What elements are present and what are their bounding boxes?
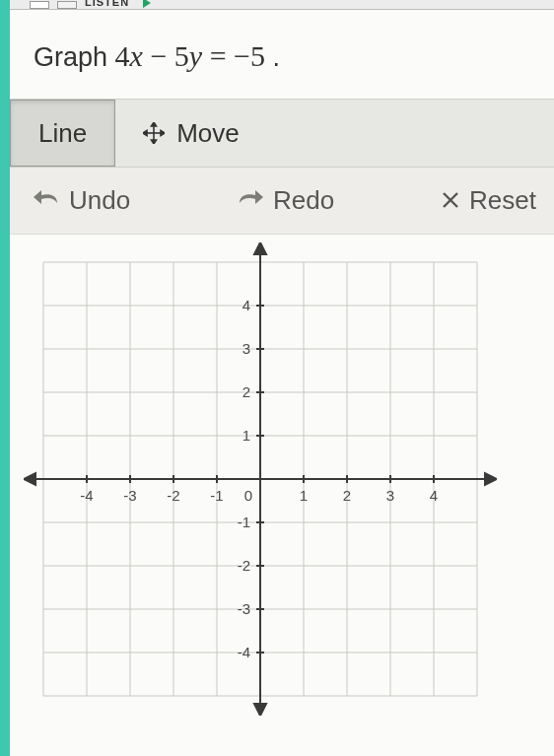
- equation: 4x − 5y = −5: [115, 39, 265, 72]
- svg-marker-30: [485, 473, 497, 485]
- y-tick--1: -1: [238, 514, 250, 530]
- rhs: −5: [234, 39, 265, 72]
- move-tool-button[interactable]: Move: [115, 100, 267, 167]
- drawing-tool-row: Line Move: [10, 99, 554, 168]
- redo-icon: [238, 185, 263, 216]
- var-x: x: [130, 39, 143, 72]
- prompt-prefix: Graph: [34, 42, 115, 72]
- prompt-suffix: .: [265, 42, 280, 72]
- undo-button[interactable]: Undo: [10, 185, 154, 216]
- var-y: y: [189, 39, 202, 72]
- y-tick--2: -2: [238, 557, 250, 574]
- redo-label: Redo: [273, 185, 334, 216]
- x-tick--2: -2: [167, 487, 179, 504]
- equals: =: [202, 39, 234, 72]
- x-tick-3: 3: [386, 487, 394, 504]
- y-tick--4: -4: [238, 644, 250, 660]
- undo-label: Undo: [69, 185, 130, 216]
- svg-marker-2: [152, 122, 157, 126]
- x-tick--1: -1: [210, 487, 223, 504]
- x-tick--3: -3: [123, 487, 136, 504]
- reset-label: Reset: [469, 185, 536, 216]
- question-prompt: Graph 4x − 5y = −5 .: [10, 10, 554, 99]
- app-frame: LISTEN Graph 4x − 5y = −5 . Line: [10, 0, 554, 756]
- move-tool-label: Move: [176, 118, 240, 149]
- line-tool-button[interactable]: Line: [10, 100, 115, 167]
- svg-marker-32: [254, 242, 266, 254]
- line-tool-label: Line: [38, 118, 87, 149]
- svg-marker-31: [24, 473, 35, 485]
- svg-marker-5: [161, 131, 165, 136]
- listen-box-icon: [30, 1, 49, 9]
- coordinate-plane[interactable]: -4 -3 -2 -1 1 2 3 4 0 1 2 3 4 -1 -2 -3: [10, 235, 554, 718]
- y-tick-4: 4: [242, 297, 250, 313]
- coef2: 5: [174, 39, 189, 72]
- svg-marker-33: [254, 704, 266, 716]
- edit-action-row: Undo Redo Reset: [10, 168, 554, 235]
- reset-button[interactable]: Reset: [418, 185, 554, 216]
- y-tick-1: 1: [242, 427, 250, 444]
- coef1: 4: [115, 39, 130, 72]
- x-tick-1: 1: [300, 487, 308, 504]
- undo-icon: [34, 185, 59, 216]
- y-tick-3: 3: [242, 340, 250, 357]
- svg-marker-4: [143, 131, 147, 136]
- svg-marker-3: [152, 140, 157, 144]
- y-tick-2: 2: [242, 383, 250, 400]
- x-tick--4: -4: [80, 487, 93, 504]
- coordinate-grid-svg: -4 -3 -2 -1 1 2 3 4 0 1 2 3 4 -1 -2 -3: [24, 242, 497, 716]
- x-tick-2: 2: [343, 487, 351, 504]
- redo-button[interactable]: Redo: [214, 185, 358, 216]
- minus: −: [143, 39, 174, 72]
- x-tick-4: 4: [430, 487, 438, 504]
- listen-label: LISTEN: [85, 0, 129, 8]
- origin-label: 0: [244, 487, 252, 504]
- close-icon: [442, 185, 459, 216]
- speaker-icon: [57, 1, 77, 9]
- top-toolbar-fragment: LISTEN: [10, 0, 554, 10]
- axes: [24, 242, 497, 716]
- move-icon: [143, 122, 165, 144]
- y-tick--3: -3: [238, 600, 250, 617]
- play-icon: [143, 0, 151, 8]
